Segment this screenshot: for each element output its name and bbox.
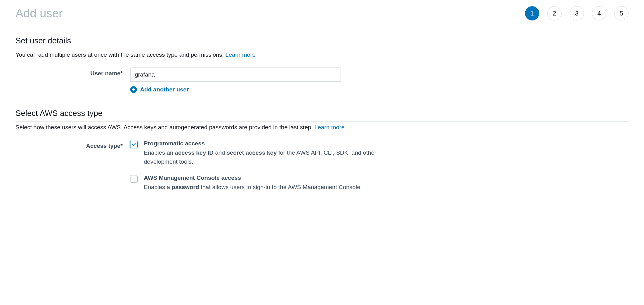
set-user-details-heading: Set user details [15,36,629,49]
select-access-type-heading: Select AWS access type [15,108,629,122]
programmatic-access-desc: Enables an access key ID and secret acce… [144,148,392,166]
plus-circle-icon: + [130,86,137,93]
access-option-programmatic: Programmatic access Enables an access ke… [130,140,629,166]
step-2[interactable]: 2 [547,6,562,20]
learn-more-link-user-details[interactable]: Learn more [225,51,255,58]
step-1[interactable]: 1 [525,6,539,20]
step-4[interactable]: 4 [592,6,606,20]
console-access-title: AWS Management Console access [144,175,362,181]
learn-more-link-access-type[interactable]: Learn more [315,124,345,130]
desc-text: You can add multiple users at once with … [15,51,225,58]
page-title: Add user [15,7,63,20]
console-access-desc: Enables a password that allows users to … [144,183,362,192]
step-3[interactable]: 3 [570,6,584,20]
check-icon [132,142,136,147]
user-name-input[interactable] [130,68,341,82]
user-name-label: User name* [15,68,130,77]
add-another-user-label: Add another user [140,86,189,93]
add-another-user-button[interactable]: + Add another user [130,86,629,93]
set-user-details-section: Set user details You can add multiple us… [15,36,629,93]
programmatic-access-title: Programmatic access [144,140,392,147]
access-option-console: AWS Management Console access Enables a … [130,175,629,192]
programmatic-access-checkbox[interactable] [130,141,138,148]
select-access-type-section: Select AWS access type Select how these … [15,108,629,200]
step-5[interactable]: 5 [614,6,629,20]
access-type-label: Access type* [15,140,130,149]
desc-text: Select how these users will access AWS. … [15,124,315,130]
select-access-type-desc: Select how these users will access AWS. … [15,124,629,131]
console-access-checkbox[interactable] [130,175,138,183]
set-user-details-desc: You can add multiple users at once with … [15,51,629,58]
step-indicator: 1 2 3 4 5 [525,6,629,20]
